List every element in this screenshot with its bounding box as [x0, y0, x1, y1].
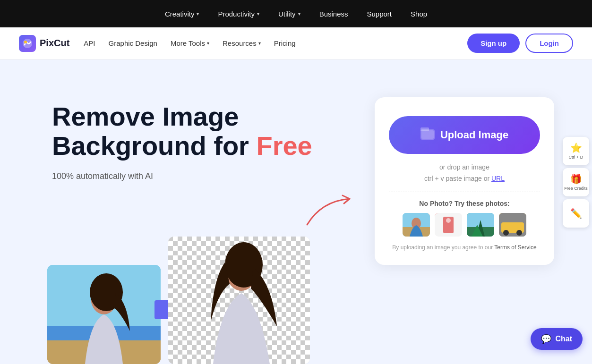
top-nav-productivity[interactable]: Productivity ▾ [218, 10, 259, 18]
hero-section: Remove Image Background for Free 100% au… [0, 59, 592, 364]
chevron-down-icon: ▾ [257, 11, 259, 17]
svg-point-22 [446, 218, 451, 223]
top-nav-shop[interactable]: Shop [411, 10, 427, 18]
upload-card: Upload Image or drop an image ctrl + v p… [375, 97, 554, 265]
sample-thumb-1[interactable] [403, 213, 430, 237]
pencil-icon: ✏️ [570, 208, 582, 219]
top-nav-business[interactable]: Business [319, 10, 348, 18]
chevron-down-icon: ▾ [258, 41, 261, 46]
upload-image-button[interactable]: Upload Image [389, 116, 540, 154]
arrow-decoration [302, 189, 359, 232]
upload-or-text: or drop an image [389, 163, 540, 171]
chat-button[interactable]: 💬 Chat [531, 328, 583, 350]
try-photos-label: No Photo? Try these photos: [389, 200, 540, 207]
hero-content: Remove Image Background for Free 100% au… [52, 88, 375, 200]
nav-pricing[interactable]: Pricing [274, 39, 296, 47]
edit-button[interactable]: ✏️ [563, 199, 589, 228]
processed-image-svg [168, 237, 310, 364]
logo[interactable]: PixCut [19, 35, 69, 52]
nav-more-tools[interactable]: More Tools ▾ [171, 39, 209, 47]
bookmark-button[interactable]: ⭐ Ctrl + D [563, 137, 589, 165]
secondary-nav-links: API Graphic Design More Tools ▾ Resource… [84, 39, 467, 47]
gift-icon: 🎁 [570, 173, 582, 185]
url-link[interactable]: URL [491, 175, 505, 182]
sample-thumb-3[interactable] [467, 213, 494, 237]
nav-resources[interactable]: Resources ▾ [223, 39, 261, 47]
upload-paste-text: ctrl + v paste image or URL [389, 175, 540, 182]
logo-text: PixCut [40, 38, 69, 49]
terms-of-service-text: By uploading an image you agree to our T… [389, 244, 540, 251]
nav-actions: Sign up Login [467, 34, 573, 53]
processed-image [168, 237, 310, 364]
chat-icon: 💬 [541, 334, 551, 344]
hero-images [47, 237, 310, 364]
chevron-down-icon: ▾ [197, 11, 199, 17]
chat-label: Chat [555, 335, 572, 343]
divider [389, 192, 540, 192]
secondary-navigation: PixCut API Graphic Design More Tools ▾ R… [0, 27, 592, 59]
logo-icon [19, 35, 36, 52]
star-icon: ⭐ [570, 142, 582, 153]
svg-point-1 [24, 41, 27, 43]
svg-rect-16 [420, 127, 429, 131]
original-image [47, 265, 161, 364]
sample-thumb-4[interactable] [499, 213, 526, 237]
svg-point-28 [516, 230, 522, 236]
floating-sidebar: ⭐ Ctrl + D 🎁 Free Credits ✏️ [560, 132, 592, 232]
sample-thumbnails [389, 213, 540, 237]
top-nav-support[interactable]: Support [367, 10, 392, 18]
top-nav-utility[interactable]: Utility ▾ [278, 10, 300, 18]
hero-title: Remove Image Background for Free [52, 102, 375, 160]
top-navigation: Creativity ▾ Productivity ▾ Utility ▾ Bu… [0, 0, 592, 27]
svg-point-27 [503, 230, 509, 236]
svg-rect-15 [421, 130, 434, 139]
ctrl-d-label: Ctrl + D [569, 155, 583, 160]
hero-subtitle: 100% automatically with AI [52, 171, 375, 181]
top-nav-creativity[interactable]: Creativity ▾ [165, 10, 199, 18]
chevron-down-icon: ▾ [207, 41, 209, 46]
free-credits-label: Free Credits [564, 186, 588, 191]
original-image-svg [47, 265, 161, 364]
nav-graphic-design[interactable]: Graphic Design [109, 39, 157, 47]
nav-api[interactable]: API [84, 39, 95, 47]
free-credits-button[interactable]: 🎁 Free Credits [563, 168, 589, 196]
chevron-down-icon: ▾ [298, 11, 300, 17]
signup-button[interactable]: Sign up [467, 34, 520, 53]
upload-icon [420, 127, 435, 143]
tos-link[interactable]: Terms of Service [494, 244, 536, 251]
sample-thumb-2[interactable] [435, 213, 462, 237]
login-button[interactable]: Login [525, 34, 573, 53]
